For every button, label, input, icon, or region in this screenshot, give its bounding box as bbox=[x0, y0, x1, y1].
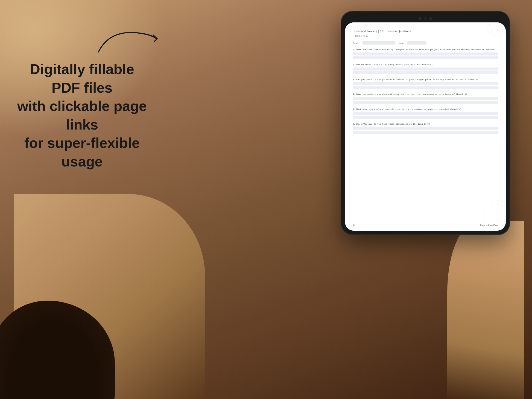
question-5: 5. What strategies do you currently use … bbox=[353, 108, 498, 119]
answer-line bbox=[353, 131, 498, 134]
date-label: Date: bbox=[399, 42, 404, 44]
answer-line bbox=[353, 86, 498, 89]
text-line-1: Digitally fillable PDF files bbox=[30, 61, 134, 96]
question-4-answer[interactable] bbox=[353, 97, 498, 104]
question-2-answer[interactable] bbox=[353, 68, 498, 74]
answer-line bbox=[353, 56, 498, 59]
marketing-text-content: Digitally fillable PDF files with clicka… bbox=[16, 60, 148, 171]
answer-line bbox=[353, 71, 498, 74]
question-3: 3. Can you identify any patterns or them… bbox=[353, 78, 498, 89]
answer-line bbox=[353, 112, 498, 115]
question-2-text: 2. How do these thoughts typically affec… bbox=[353, 63, 498, 66]
answer-line bbox=[353, 116, 498, 119]
question-4-text: 4. Have you noticed any physical sensati… bbox=[353, 93, 498, 96]
answer-line bbox=[353, 101, 498, 104]
marketing-text: Digitally fillable PDF files with clicka… bbox=[16, 60, 148, 171]
date-input-field[interactable] bbox=[407, 41, 426, 45]
question-5-answer[interactable] bbox=[353, 112, 498, 119]
camera-dot-right bbox=[429, 17, 432, 20]
pdf-footer: 20 ← Back to First Page bbox=[353, 221, 498, 226]
question-3-answer[interactable] bbox=[353, 82, 498, 89]
name-label: Name: bbox=[353, 42, 359, 44]
text-line-2: with clickable page links bbox=[17, 98, 147, 133]
answer-line bbox=[353, 68, 498, 71]
camera-lens bbox=[424, 17, 427, 20]
question-6: 6. How effective do you find these strat… bbox=[353, 123, 498, 134]
arrow-decoration bbox=[87, 16, 164, 60]
page-number: 20 bbox=[353, 224, 355, 226]
tablet-device: Stress and Anxiety | ACT Session Questio… bbox=[341, 11, 510, 235]
question-5-text: 5. What strategies do you currently use … bbox=[353, 108, 498, 111]
back-to-first-page-link[interactable]: ← Back to First Page bbox=[477, 224, 498, 226]
svg-point-8 bbox=[488, 205, 506, 222]
camera-dot-left bbox=[419, 17, 422, 20]
question-1: 1. What are some common recurring though… bbox=[353, 48, 498, 60]
deco-top-right bbox=[470, 22, 506, 44]
question-6-answer[interactable] bbox=[353, 127, 498, 134]
text-line-3: for super-flexible usage bbox=[24, 135, 140, 169]
question-3-text: 3. Can you identify any patterns or them… bbox=[353, 78, 498, 81]
answer-line bbox=[353, 127, 498, 130]
question-6-text: 6. How effective do you find these strat… bbox=[353, 123, 498, 126]
answer-line bbox=[353, 82, 498, 85]
pdf-document: Stress and Anxiety | ACT Session Questio… bbox=[345, 22, 506, 231]
question-1-answer[interactable] bbox=[353, 52, 498, 59]
question-1-text: 1. What are some common recurring though… bbox=[353, 48, 498, 51]
question-4: 4. Have you noticed any physical sensati… bbox=[353, 93, 498, 104]
answer-line bbox=[353, 97, 498, 100]
deco-bottom-right bbox=[476, 198, 506, 222]
tablet-camera-bar bbox=[345, 15, 506, 22]
svg-point-7 bbox=[484, 201, 506, 222]
answer-line bbox=[353, 52, 498, 55]
svg-point-0 bbox=[487, 22, 506, 36]
name-input-field[interactable] bbox=[363, 41, 395, 45]
question-2: 2. How do these thoughts typically affec… bbox=[353, 63, 498, 74]
tablet-screen: Stress and Anxiety | ACT Session Questio… bbox=[345, 22, 506, 231]
